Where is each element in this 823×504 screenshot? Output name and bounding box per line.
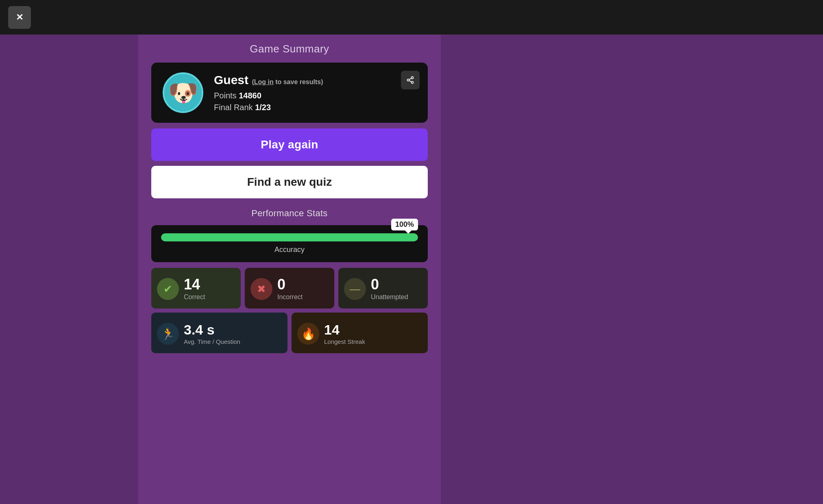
find-quiz-button[interactable]: Find a new quiz [151,166,428,198]
play-again-button[interactable]: Play again [151,128,428,161]
avatar: 🐶 [163,72,203,113]
longest-streak-value: 14 [324,323,365,337]
incorrect-count: 0 [277,277,303,292]
longest-streak-icon: 🔥 [297,323,319,345]
avatar-emoji: 🐶 [168,78,198,107]
svg-point-1 [407,79,409,81]
avg-time-value: 3.4 s [184,323,240,337]
unattempted-icon: — [344,278,366,300]
unattempted-count: 0 [371,277,408,292]
avg-time-text: 3.4 s Avg. Time / Question [184,323,240,345]
svg-line-4 [409,78,412,79]
accuracy-tooltip-wrapper: 100% [161,233,418,241]
top-bar: ✕ [0,0,823,35]
profile-card: 🐶 Guest (Log in to save results) Points … [151,63,428,123]
rank-row: Final Rank 1/23 [214,103,416,112]
correct-icon: ✔ [157,278,179,300]
accuracy-bar-fill [161,233,418,241]
svg-point-0 [412,77,414,79]
longest-streak-text: 14 Longest Streak [324,323,365,345]
login-link[interactable]: Log in [254,78,274,85]
correct-label: Correct [184,293,205,301]
accuracy-bar-background [161,233,418,241]
page-title: Game Summary [250,43,329,55]
stats-row: ✔ 14 Correct ✖ 0 Incorrect — 0 Unattempt… [151,268,428,308]
longest-streak-label: Longest Streak [324,338,365,345]
accuracy-tooltip: 100% [391,219,418,230]
main-content: Game Summary 🐶 Guest (Log in to save res… [138,35,441,504]
unattempted-stat-card: — 0 Unattempted [338,268,428,308]
login-prompt: (Log in to save results) [252,78,323,85]
username-text: Guest [214,73,248,87]
avg-time-label: Avg. Time / Question [184,338,240,345]
close-icon: ✕ [16,12,23,23]
points-row: Points 14860 [214,91,416,100]
points-value: 14860 [239,91,261,100]
side-panel-right [441,35,823,504]
unattempted-label: Unattempted [371,293,408,301]
correct-stat-content: 14 Correct [184,277,205,301]
svg-line-3 [409,80,412,82]
username: Guest (Log in to save results) [214,73,416,87]
avg-time-card: 🏃 3.4 s Avg. Time / Question [151,313,287,353]
incorrect-label: Incorrect [277,293,303,301]
svg-point-2 [412,81,414,83]
unattempted-stat-content: 0 Unattempted [371,277,408,301]
performance-stats-title: Performance Stats [251,208,327,219]
rank-value: 1/23 [255,103,271,112]
longest-streak-card: 🔥 14 Longest Streak [292,313,428,353]
avg-time-icon: 🏃 [157,323,179,345]
profile-info: Guest (Log in to save results) Points 14… [214,73,416,112]
bottom-stats-row: 🏃 3.4 s Avg. Time / Question 🔥 14 Longes… [151,313,428,353]
points-label: Points [214,91,237,100]
incorrect-stat-card: ✖ 0 Incorrect [245,268,334,308]
accuracy-card: 100% Accuracy [151,225,428,262]
share-button[interactable] [401,71,420,89]
rank-label: Final Rank [214,103,253,112]
correct-stat-card: ✔ 14 Correct [151,268,241,308]
correct-count: 14 [184,277,205,292]
incorrect-icon: ✖ [250,278,272,300]
incorrect-stat-content: 0 Incorrect [277,277,303,301]
close-button[interactable]: ✕ [8,6,31,29]
accuracy-label: Accuracy [161,245,418,254]
side-panel-left [0,35,138,504]
login-suffix: to save results) [274,78,323,85]
